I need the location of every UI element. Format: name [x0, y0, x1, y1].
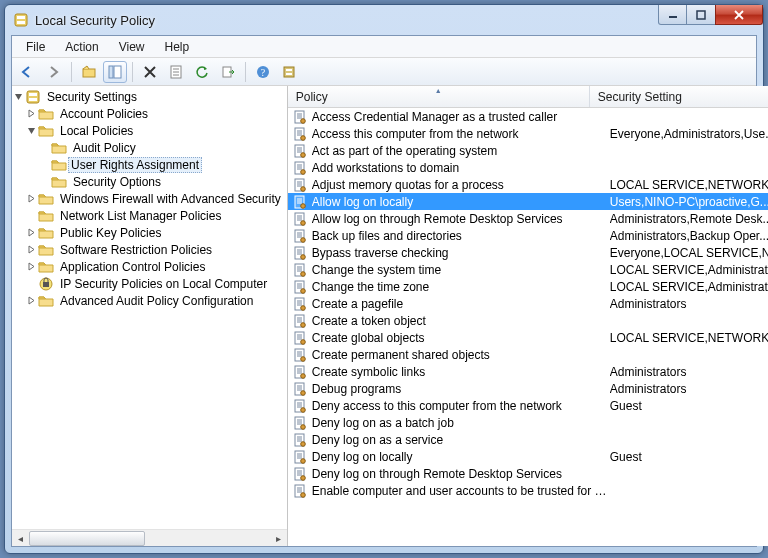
help-button[interactable]: ? — [251, 61, 275, 83]
list-row[interactable]: Create symbolic linksAdministrators — [288, 363, 768, 380]
close-button[interactable] — [715, 5, 763, 25]
policy-icon — [292, 160, 308, 176]
tree-twist-icon[interactable] — [25, 262, 38, 271]
list-row[interactable]: Access this computer from the networkEve… — [288, 125, 768, 142]
list-row[interactable]: Deny log on through Remote Desktop Servi… — [288, 465, 768, 482]
tree-item[interactable]: Public Key Policies — [12, 224, 287, 241]
list-row[interactable]: Deny access to this computer from the ne… — [288, 397, 768, 414]
tree-item-label: Public Key Policies — [58, 226, 163, 240]
list-row[interactable]: Deny log on locallyGuest — [288, 448, 768, 465]
tree-twist-icon[interactable] — [25, 245, 38, 254]
list-row[interactable]: Add workstations to domain — [288, 159, 768, 176]
list-row[interactable]: Create global objectsLOCAL SERVICE,NETWO… — [288, 329, 768, 346]
svg-point-127 — [300, 458, 305, 463]
svg-point-132 — [300, 475, 305, 480]
tree-item[interactable]: Local Policies — [12, 122, 287, 139]
list-row[interactable]: Create permanent shared objects — [288, 346, 768, 363]
minimize-button[interactable] — [658, 5, 687, 25]
tree-item[interactable]: IP Security Policies on Local Computer — [12, 275, 287, 292]
list-row[interactable]: Bypass traverse checkingEveryone,LOCAL S… — [288, 244, 768, 261]
policy-icon — [292, 279, 308, 295]
svg-point-42 — [300, 169, 305, 174]
show-tree-button[interactable] — [103, 61, 127, 83]
back-button[interactable] — [16, 61, 40, 83]
policy-icon — [292, 245, 308, 261]
tree-twist-icon[interactable] — [25, 228, 38, 237]
tree-twist-icon[interactable] — [25, 126, 38, 135]
options-button[interactable] — [277, 61, 301, 83]
column-header-policy[interactable]: Policy ▲ — [288, 86, 590, 107]
tree-twist-icon[interactable] — [25, 296, 38, 305]
properties-button[interactable] — [164, 61, 188, 83]
refresh-button[interactable] — [190, 61, 214, 83]
list-row[interactable]: Deny log on as a service — [288, 431, 768, 448]
svg-rect-6 — [109, 66, 113, 78]
list-row[interactable]: Allow log on locallyUsers,NINO-PC\proact… — [288, 193, 768, 210]
policy-name: Debug programs — [312, 382, 610, 396]
svg-rect-2 — [17, 21, 25, 24]
tree-horizontal-scrollbar[interactable]: ◂ ▸ — [12, 529, 287, 546]
security-setting: Guest — [610, 399, 768, 413]
up-button[interactable] — [77, 61, 101, 83]
policy-icon — [292, 466, 308, 482]
menu-view[interactable]: View — [109, 38, 155, 56]
menu-bar: File Action View Help — [12, 36, 756, 58]
maximize-button[interactable] — [686, 5, 716, 25]
list-row[interactable]: Deny log on as a batch job — [288, 414, 768, 431]
list-row[interactable]: Adjust memory quotas for a processLOCAL … — [288, 176, 768, 193]
policy-icon — [292, 126, 308, 142]
policy-icon — [292, 177, 308, 193]
delete-button[interactable] — [138, 61, 162, 83]
tree-item[interactable]: Account Policies — [12, 105, 287, 122]
menu-file[interactable]: File — [16, 38, 55, 56]
scroll-track[interactable] — [29, 531, 270, 546]
list-row[interactable]: Create a pagefileAdministrators — [288, 295, 768, 312]
svg-point-82 — [300, 305, 305, 310]
list-row[interactable]: Allow log on through Remote Desktop Serv… — [288, 210, 768, 227]
menu-help[interactable]: Help — [155, 38, 200, 56]
list-row[interactable]: Back up files and directoriesAdministrat… — [288, 227, 768, 244]
list-row[interactable]: Change the system timeLOCAL SERVICE,Admi… — [288, 261, 768, 278]
policy-name: Bypass traverse checking — [312, 246, 610, 260]
tree-twist-icon[interactable] — [25, 194, 38, 203]
tree-item-label: Account Policies — [58, 107, 150, 121]
policy-name: Create a pagefile — [312, 297, 610, 311]
tree-twist-icon[interactable] — [12, 92, 25, 101]
tree-item[interactable]: Audit Policy — [12, 139, 287, 156]
list-view[interactable]: Access Credential Manager as a trusted c… — [288, 108, 768, 546]
tree-item[interactable]: Software Restriction Policies — [12, 241, 287, 258]
tree-view[interactable]: Security SettingsAccount PoliciesLocal P… — [12, 86, 287, 529]
tree-twist-icon[interactable] — [25, 109, 38, 118]
policy-name: Deny log on locally — [312, 450, 610, 464]
scroll-right-icon[interactable]: ▸ — [270, 531, 287, 546]
scroll-thumb[interactable] — [29, 531, 145, 546]
folder-icon — [38, 242, 54, 258]
list-row[interactable]: Create a token object — [288, 312, 768, 329]
title-bar[interactable]: Local Security Policy — [5, 5, 763, 35]
scroll-left-icon[interactable]: ◂ — [12, 531, 29, 546]
menu-action[interactable]: Action — [55, 38, 108, 56]
tree-item[interactable]: Application Control Policies — [12, 258, 287, 275]
tree-item[interactable]: Network List Manager Policies — [12, 207, 287, 224]
tree-item[interactable]: Windows Firewall with Advanced Security — [12, 190, 287, 207]
column-label: Security Setting — [598, 90, 682, 104]
folder-icon — [38, 259, 54, 275]
security-setting: Administrators — [610, 297, 768, 311]
list-row[interactable]: Access Credential Manager as a trusted c… — [288, 108, 768, 125]
list-row[interactable]: Act as part of the operating system — [288, 142, 768, 159]
svg-point-67 — [300, 254, 305, 259]
list-row[interactable]: Enable computer and user accounts to be … — [288, 482, 768, 499]
column-label: Policy — [296, 90, 328, 104]
folder-icon — [38, 208, 54, 224]
security-setting: LOCAL SERVICE,Administrat... — [610, 280, 768, 294]
column-header-setting[interactable]: Security Setting — [590, 86, 768, 107]
tree-item[interactable]: User Rights Assignment — [12, 156, 287, 173]
tree-item[interactable]: Advanced Audit Policy Configuration — [12, 292, 287, 309]
list-row[interactable]: Debug programsAdministrators — [288, 380, 768, 397]
list-row[interactable]: Change the time zoneLOCAL SERVICE,Admini… — [288, 278, 768, 295]
svg-point-97 — [300, 356, 305, 361]
tree-item[interactable]: Security Options — [12, 173, 287, 190]
tree-item[interactable]: Security Settings — [12, 88, 287, 105]
forward-button[interactable] — [42, 61, 66, 83]
export-button[interactable] — [216, 61, 240, 83]
